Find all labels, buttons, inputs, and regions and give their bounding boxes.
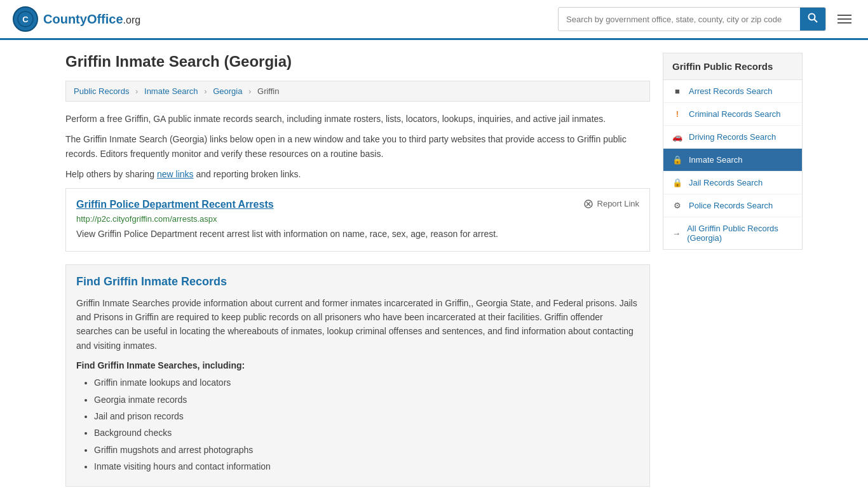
inmate-search-icon: 🔒 [672,155,682,165]
breadcrumb-inmate-search[interactable]: Inmate Search [144,86,198,96]
sidebar-item-label: Driving Records Search [689,132,776,142]
breadcrumb: Public Records › Inmate Search › Georgia… [65,81,650,102]
criminal-records-icon: ! [672,109,682,119]
sidebar-item-arrest-records[interactable]: ■ Arrest Records Search [663,80,802,103]
logo-brand: CountyOffice [43,12,123,26]
find-section-body: Griffin Inmate Searches provide informat… [76,296,639,353]
result-title-link[interactable]: Griffin Police Department Recent Arrests [76,199,274,210]
svg-line-3 [815,20,818,23]
all-records-icon: → [672,229,681,238]
logo-area: C CountyOffice.org [13,6,140,32]
search-input[interactable] [559,10,800,29]
result-block-header: Griffin Police Department Recent Arrests… [76,199,639,210]
arrest-records-icon: ■ [672,86,682,96]
list-item: Griffin mugshots and arrest photographs [94,443,639,457]
sidebar-item-label: All Griffin Public Records (Georgia) [687,224,793,243]
list-item: Jail and prison records [94,409,639,423]
breadcrumb-griffin: Griffin [257,86,279,96]
sidebar-title: Griffin Public Records [663,53,802,80]
site-logo-icon: C [13,6,38,32]
search-button[interactable] [800,8,825,30]
sidebar-item-label: Inmate Search [689,155,743,165]
page-title: Griffin Inmate Search (Georgia) [65,53,650,71]
report-link-button[interactable]: Report Link [583,199,639,209]
header-right [558,7,855,31]
svg-point-2 [809,14,815,20]
list-item: Georgia inmate records [94,393,639,407]
sidebar-item-criminal-records[interactable]: ! Criminal Records Search [663,103,802,126]
sidebar-item-inmate-search[interactable]: 🔒 Inmate Search [663,149,802,172]
logo-suffix: .org [123,15,141,25]
search-bar [558,7,826,31]
sidebar-item-jail-records[interactable]: 🔒 Jail Records Search [663,172,802,194]
report-link-label: Report Link [597,199,639,208]
sidebar-item-label: Police Records Search [689,201,773,210]
find-section: Find Griffin Inmate Records Griffin Inma… [65,264,650,487]
list-item: Background checks [94,426,639,440]
breadcrumb-public-records[interactable]: Public Records [74,86,129,96]
find-section-list-title: Find Griffin Inmate Searches, including: [76,360,639,370]
menu-button[interactable] [834,11,855,27]
jail-records-icon: 🔒 [672,178,682,187]
main-container: Griffin Inmate Search (Georgia) Public R… [53,40,815,488]
sidebar-item-driving-records[interactable]: 🚗 Driving Records Search [663,126,802,149]
list-item: Inmate visiting hours and contact inform… [94,459,639,473]
breadcrumb-georgia[interactable]: Georgia [213,86,242,96]
new-links-link[interactable]: new links [157,169,194,179]
intro3-pre: Help others by sharing [65,169,157,179]
result-url[interactable]: http://p2c.cityofgriffin.com/arrests.asp… [76,214,639,224]
police-records-icon: ⚙ [672,201,682,210]
sidebar: Griffin Public Records ■ Arrest Records … [663,53,803,487]
site-logo-text: CountyOffice.org [43,12,140,27]
result-block: Griffin Police Department Recent Arrests… [65,188,650,252]
sidebar-item-label: Criminal Records Search [689,109,781,119]
sidebar-item-label: Arrest Records Search [689,86,773,96]
result-description: View Griffin Police Department recent ar… [76,227,639,241]
intro-paragraph-3: Help others by sharing new links and rep… [65,167,650,181]
list-item: Griffin inmate lookups and locators [94,376,639,390]
header: C CountyOffice.org [0,0,868,40]
find-section-list: Griffin inmate lookups and locators Geor… [76,376,639,473]
sidebar-box: Griffin Public Records ■ Arrest Records … [663,53,803,250]
intro3-post: and reporting broken links. [194,169,301,179]
sidebar-item-police-records[interactable]: ⚙ Police Records Search [663,194,802,217]
sidebar-item-label: Jail Records Search [689,178,763,187]
intro-paragraph-2: The Griffin Inmate Search (Georgia) link… [65,132,650,161]
driving-records-icon: 🚗 [672,132,682,142]
find-section-title: Find Griffin Inmate Records [76,275,639,288]
intro-paragraph-1: Perform a free Griffin, GA public inmate… [65,112,650,126]
main-content: Griffin Inmate Search (Georgia) Public R… [65,53,650,487]
sidebar-item-all-records[interactable]: → All Griffin Public Records (Georgia) [663,217,802,249]
svg-text:C: C [22,15,29,24]
